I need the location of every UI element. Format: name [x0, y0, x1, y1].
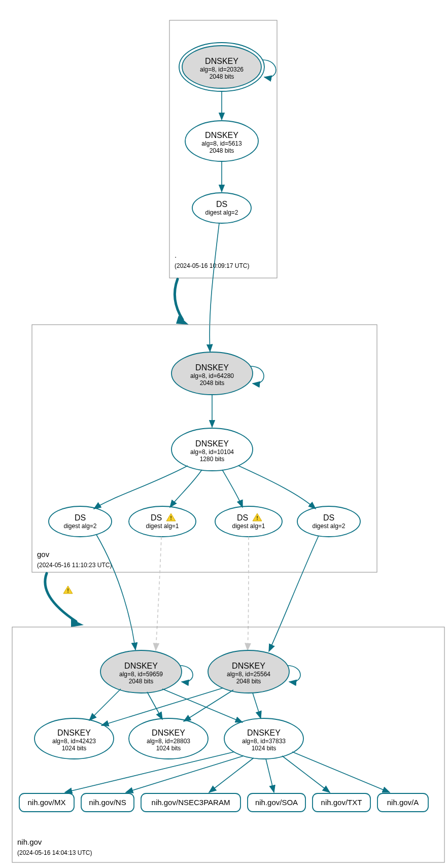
warning-icon: ! [63, 586, 73, 594]
rrset-txt: nih.gov/TXT [313, 793, 370, 812]
svg-text:digest alg=2: digest alg=2 [63, 523, 96, 530]
svg-text:alg=8, id=59659: alg=8, id=59659 [119, 671, 163, 678]
svg-text:1024 bits: 1024 bits [252, 745, 277, 752]
svg-text:DNSKEY: DNSKEY [195, 363, 229, 372]
svg-text:!: ! [170, 515, 172, 521]
node-gov-ksk: DNSKEY alg=8, id=64280 2048 bits [171, 352, 253, 395]
node-root-zsk: DNSKEY alg=8, id=5613 2048 bits [185, 121, 258, 161]
zone-nih-label: nih.gov [17, 838, 42, 846]
node-root-ds: DS digest alg=2 [192, 193, 251, 223]
svg-text:alg=8, id=10104: alg=8, id=10104 [190, 448, 234, 456]
svg-text:nih.gov/NSEC3PARAM: nih.gov/NSEC3PARAM [152, 798, 230, 807]
zone-nih-timestamp: (2024-05-16 14:04:13 UTC) [17, 849, 92, 856]
svg-text:digest alg=2: digest alg=2 [205, 209, 238, 216]
node-root-ksk: DNSKEY alg=8, id=20326 2048 bits [179, 43, 264, 91]
node-nih-zsk1: DNSKEY alg=8, id=42423 1024 bits [35, 718, 114, 759]
node-gov-ds1: DS digest alg=2 [49, 506, 112, 537]
rrset-a: nih.gov/A [377, 793, 428, 812]
svg-text:alg=8, id=20326: alg=8, id=20326 [200, 66, 244, 73]
rrset-ns: nih.gov/NS [81, 793, 134, 812]
rrset-nsec3param: nih.gov/NSEC3PARAM [141, 793, 240, 812]
svg-text:!: ! [256, 515, 258, 521]
svg-text:nih.gov/NS: nih.gov/NS [89, 798, 126, 807]
svg-text:2048 bits: 2048 bits [200, 379, 225, 387]
svg-text:2048 bits: 2048 bits [129, 678, 154, 685]
edge-root-ds-to-gov-ksk [210, 223, 219, 352]
svg-text:nih.gov/SOA: nih.gov/SOA [255, 798, 298, 807]
svg-text:DS: DS [323, 513, 334, 522]
svg-text:DS: DS [151, 513, 162, 522]
svg-text:DNSKEY: DNSKEY [57, 728, 91, 737]
edge-gov-ds3-nih-ksk2 [248, 537, 249, 650]
node-gov-ds4: DS digest alg=2 [297, 506, 360, 537]
node-nih-zsk3: DNSKEY alg=8, id=37833 1024 bits [224, 718, 303, 759]
svg-text:alg=8, id=42423: alg=8, id=42423 [52, 738, 96, 745]
edge-gov-ds2-nih-ksk1 [156, 537, 161, 650]
svg-text:alg=8, id=5613: alg=8, id=5613 [201, 140, 242, 147]
zone-gov: gov (2024-05-16 11:10:23 UTC) DNSKEY alg… [32, 325, 377, 572]
zone-nih: nih.gov (2024-05-16 14:04:13 UTC) DNSKEY… [12, 627, 444, 862]
svg-text:nih.gov/TXT: nih.gov/TXT [321, 798, 362, 807]
svg-text:2048 bits: 2048 bits [236, 678, 261, 685]
svg-text:2048 bits: 2048 bits [210, 147, 234, 154]
zone-root: . (2024-05-16 10:09:17 UTC) DNSKEY alg=8… [169, 20, 277, 278]
dnssec-chain-diagram: . (2024-05-16 10:09:17 UTC) DNSKEY alg=8… [0, 0, 448, 868]
svg-text:DS: DS [75, 513, 86, 522]
svg-text:DNSKEY: DNSKEY [232, 662, 265, 670]
svg-point-29 [215, 506, 282, 537]
svg-text:DNSKEY: DNSKEY [195, 439, 229, 448]
node-nih-zsk2: DNSKEY alg=8, id=28803 1024 bits [129, 718, 208, 759]
svg-text:alg=8, id=28803: alg=8, id=28803 [147, 738, 190, 745]
node-nih-ksk1: DNSKEY alg=8, id=59659 2048 bits [100, 650, 182, 693]
edge-gov-ds1-nih-ksk1 [96, 535, 135, 650]
svg-text:DNSKEY: DNSKEY [205, 57, 238, 65]
svg-text:DS: DS [216, 200, 227, 209]
svg-text:nih.gov/A: nih.gov/A [387, 798, 419, 807]
svg-text:digest alg=1: digest alg=1 [232, 523, 265, 530]
svg-text:!: ! [67, 587, 69, 594]
svg-text:2048 bits: 2048 bits [210, 73, 234, 80]
svg-text:DNSKEY: DNSKEY [205, 131, 238, 140]
svg-text:DS: DS [237, 513, 248, 522]
svg-text:DNSKEY: DNSKEY [124, 662, 158, 670]
rrset-soa: nih.gov/SOA [248, 793, 305, 812]
svg-point-25 [129, 506, 196, 537]
svg-text:alg=8, id=25564: alg=8, id=25564 [227, 671, 270, 678]
node-gov-ds2: DS digest alg=1 ! [129, 506, 196, 537]
node-nih-ksk2: DNSKEY alg=8, id=25564 2048 bits [208, 650, 289, 693]
edge-gov-to-nih-delegation [45, 573, 76, 621]
svg-text:alg=8, id=37833: alg=8, id=37833 [242, 738, 286, 745]
svg-text:alg=8, id=64280: alg=8, id=64280 [190, 372, 234, 379]
svg-text:1024 bits: 1024 bits [62, 745, 87, 752]
node-gov-ds3: DS digest alg=1 ! [215, 506, 282, 537]
svg-text:digest alg=1: digest alg=1 [146, 523, 179, 530]
svg-text:digest alg=2: digest alg=2 [312, 523, 345, 530]
svg-text:DNSKEY: DNSKEY [152, 728, 185, 737]
zone-gov-timestamp: (2024-05-16 11:10:23 UTC) [37, 562, 112, 569]
svg-text:nih.gov/MX: nih.gov/MX [27, 798, 65, 807]
zone-root-timestamp: (2024-05-16 10:09:17 UTC) [175, 262, 249, 269]
zone-root-label: . [175, 251, 177, 259]
edge-gov-ds4-nih-ksk2 [269, 536, 319, 651]
svg-text:DNSKEY: DNSKEY [247, 728, 281, 737]
zone-gov-label: gov [37, 550, 50, 559]
node-gov-zsk: DNSKEY alg=8, id=10104 1280 bits [171, 428, 253, 471]
svg-text:1280 bits: 1280 bits [200, 456, 225, 463]
rrset-mx: nih.gov/MX [19, 793, 74, 812]
svg-text:1024 bits: 1024 bits [156, 745, 181, 752]
edge-root-to-gov-delegation [175, 279, 183, 320]
